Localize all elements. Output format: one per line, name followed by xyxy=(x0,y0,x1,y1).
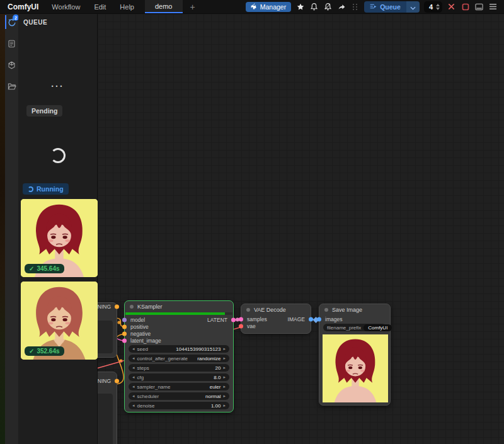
sidebar-item-node-library[interactable] xyxy=(5,35,18,52)
negative-port-dot[interactable] xyxy=(122,331,127,336)
output-image-preview[interactable] xyxy=(323,334,388,402)
collapse-dot[interactable] xyxy=(130,305,134,309)
input-negative[interactable]: negative xyxy=(125,330,233,337)
widget-right-arrow-icon[interactable]: ▸ xyxy=(223,365,226,370)
prompt-text-widget[interactable]: thlor,editable xyxy=(98,321,113,353)
queue-run-button[interactable]: Queue xyxy=(364,1,406,13)
filename-prefix-value: ComfyUI xyxy=(364,324,392,331)
menu-edit[interactable]: Edit xyxy=(87,3,113,11)
widget-control_after_generate[interactable]: ◂control_after_generaterandomize▸ xyxy=(129,355,229,362)
latent-image-port-dot[interactable] xyxy=(122,338,127,343)
widget-seed[interactable]: ◂seed1044153990315123▸ xyxy=(129,345,229,353)
node-header[interactable]: VAE Decode xyxy=(241,304,311,316)
sidebar-item-model-library[interactable] xyxy=(5,57,18,73)
prompt-text-widget[interactable] xyxy=(98,394,113,444)
model-port-dot[interactable] xyxy=(122,317,127,322)
bottom-panel-toggle-icon[interactable] xyxy=(474,2,484,11)
widget-steps[interactable]: ◂steps20▸ xyxy=(129,364,229,372)
widget-denoise[interactable]: ◂denoise1.00▸ xyxy=(129,402,229,409)
check-icon: ✓ xyxy=(29,348,34,355)
widget-right-arrow-icon[interactable]: ▸ xyxy=(223,375,226,380)
pending-badge: Pending xyxy=(26,105,62,117)
running-spinner-icon xyxy=(28,186,33,192)
stepper-arrows[interactable] xyxy=(436,4,440,10)
samples-port-dot[interactable] xyxy=(239,317,243,321)
widget-left-arrow-icon[interactable]: ◂ xyxy=(132,403,135,408)
input-samples[interactable]: samples IMAGE xyxy=(241,316,311,322)
hamburger-menu-icon[interactable] xyxy=(488,2,498,11)
input-positive[interactable]: positive xyxy=(125,323,233,330)
app-logo: ComfyUI xyxy=(0,3,45,11)
top-menubar: ComfyUI Workflow Edit Help demo + Manage… xyxy=(0,0,504,14)
duration-badge: ✓352.64s xyxy=(25,346,64,356)
queue-more-button[interactable]: ... xyxy=(18,79,97,89)
bell-slash-icon[interactable] xyxy=(323,2,333,11)
result-thumbnail[interactable]: ✓352.64s xyxy=(21,282,98,360)
batch-count-stepper[interactable]: 4 xyxy=(424,1,442,13)
widget-left-arrow-icon[interactable]: ◂ xyxy=(132,394,135,399)
widget-right-arrow-icon[interactable]: ▸ xyxy=(223,356,226,361)
node-header[interactable]: Save Image xyxy=(319,304,390,316)
widget-right-arrow-icon[interactable]: ▸ xyxy=(223,384,226,389)
ksampler-node[interactable]: KSampler model LATENT positive negative xyxy=(124,300,234,413)
conditioning-port-dot[interactable] xyxy=(115,305,119,309)
clip-text-encode-negative-node[interactable]: NING xyxy=(98,372,117,444)
clip-text-encode-positive-node[interactable]: NING thlor,editable xyxy=(98,302,117,358)
widget-cfg[interactable]: ◂cfg8.0▸ xyxy=(129,373,229,381)
chevron-down-icon xyxy=(410,1,416,13)
cancel-run-icon[interactable] xyxy=(447,2,456,11)
latent-output-label: LATENT xyxy=(207,317,227,323)
node-header[interactable]: KSampler xyxy=(125,301,233,312)
bell-icon[interactable] xyxy=(309,2,319,11)
widget-right-arrow-icon[interactable]: ▸ xyxy=(223,346,226,351)
filename-prefix-widget[interactable]: filename_prefix ComfyUI xyxy=(323,324,386,331)
image-port-dot[interactable] xyxy=(309,317,313,321)
conditioning-output[interactable]: NING xyxy=(98,303,117,310)
menu-help[interactable]: Help xyxy=(113,3,141,11)
image-output-label: IMAGE xyxy=(288,316,305,322)
stop-icon[interactable] xyxy=(461,2,470,11)
conditioning-output[interactable]: NING xyxy=(98,377,117,385)
widget-right-arrow-icon[interactable]: ▸ xyxy=(223,403,226,408)
sidebar-item-workflows[interactable] xyxy=(5,78,18,94)
stepper-up-icon xyxy=(436,4,440,6)
widget-left-arrow-icon[interactable]: ◂ xyxy=(132,384,135,389)
new-tab-button[interactable]: + xyxy=(183,2,203,12)
puzzle-icon xyxy=(251,3,257,11)
drag-handle-icon[interactable] xyxy=(353,4,358,10)
vae-port-dot[interactable] xyxy=(239,324,243,328)
queue-button-group: Queue xyxy=(364,1,420,13)
queue-options-button[interactable] xyxy=(406,1,420,13)
check-icon: ✓ xyxy=(29,265,34,272)
result-thumbnail[interactable]: ✓345.64s xyxy=(21,199,98,277)
widget-scheduler[interactable]: ◂schedulernormal▸ xyxy=(129,392,229,400)
input-latent-image[interactable]: latent_image xyxy=(125,337,233,344)
sidebar-icon-rail: 2 xyxy=(5,14,18,444)
manager-button[interactable]: Manager xyxy=(246,2,291,12)
vae-decode-node[interactable]: VAE Decode samples IMAGE vae xyxy=(241,304,311,334)
batch-count-value: 4 xyxy=(429,3,433,11)
input-vae[interactable]: vae xyxy=(241,322,311,329)
images-port-dot[interactable] xyxy=(317,317,321,321)
sidebar-item-queue[interactable]: 2 xyxy=(5,14,18,30)
share-arrow-icon[interactable] xyxy=(337,2,346,11)
queue-run-icon xyxy=(370,3,377,11)
latent-port-dot[interactable] xyxy=(231,317,236,322)
tab-demo[interactable]: demo xyxy=(145,0,183,13)
widget-left-arrow-icon[interactable]: ◂ xyxy=(132,356,135,361)
positive-port-dot[interactable] xyxy=(122,324,127,329)
widget-left-arrow-icon[interactable]: ◂ xyxy=(132,346,135,351)
collapse-dot[interactable] xyxy=(246,308,250,312)
node-graph-canvas[interactable]: NING thlor,editable NING KSampler xyxy=(98,14,504,444)
conditioning-port-dot[interactable] xyxy=(115,379,119,384)
widget-right-arrow-icon[interactable]: ▸ xyxy=(223,394,226,399)
menu-workflow[interactable]: Workflow xyxy=(45,3,87,11)
input-images[interactable]: images xyxy=(319,316,390,322)
widget-left-arrow-icon[interactable]: ◂ xyxy=(132,365,135,370)
star-icon[interactable] xyxy=(295,2,305,11)
widget-left-arrow-icon[interactable]: ◂ xyxy=(132,375,135,380)
save-image-node[interactable]: Save Image images filename_prefix ComfyU… xyxy=(319,304,391,406)
input-model[interactable]: model LATENT xyxy=(125,316,233,323)
collapse-dot[interactable] xyxy=(324,308,328,312)
widget-sampler_name[interactable]: ◂sampler_nameeuler▸ xyxy=(129,383,229,390)
